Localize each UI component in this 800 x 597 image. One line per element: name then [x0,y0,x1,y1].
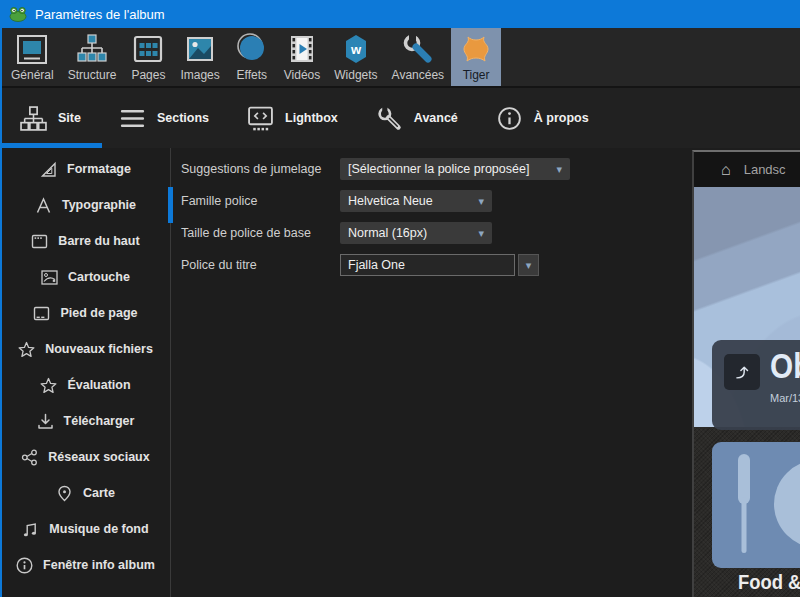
settings-sidebar: Formatage Typographie Barre du haut [0,148,171,597]
download-icon [36,412,55,431]
field-label-base-size: Taille de police de base [181,222,311,244]
tab-general[interactable]: Général [4,28,61,86]
folder-card-title: Obj [770,346,800,386]
sidebar-item-carte[interactable]: Carte [0,475,170,511]
subnav-sections[interactable]: Sections [119,105,209,132]
tab-videos[interactable]: Vidéos [277,28,327,86]
food-card-title: Food & [738,571,800,594]
typography-form: Suggestions de jumelage [Sélectionner la… [172,148,692,597]
sidebar-item-typographie[interactable]: Typographie [0,187,170,223]
content-area: Formatage Typographie Barre du haut [0,148,800,597]
home-icon[interactable]: ⌂ [721,161,731,179]
tab-widgets[interactable]: w Widgets [327,28,384,86]
dropdown-arrow-icon: ▾ [478,195,484,208]
music-note-icon [21,520,40,539]
sidebar-item-cartouche[interactable]: Cartouche [0,259,170,295]
sidebar-item-pied-de-page[interactable]: Pied de page [0,295,170,331]
cutlery-icon [712,442,800,568]
sidebar-item-fenetre-info-album[interactable]: Fenêtre info album [0,547,170,583]
subnav-lightbox[interactable]: Lightbox [247,105,338,132]
tree-icon [75,32,109,66]
main-toolbar: Général Structure Pages Images [0,28,800,88]
field-label-title-font: Police du titre [181,254,257,276]
base-font-size-select[interactable]: Normal (16px) ▾ [340,222,492,244]
circle-icon [235,32,269,66]
info-icon [496,105,523,132]
skin-subnav: Site Sections Lightbox Avancé À prop [0,88,800,148]
subnav-site[interactable]: Site [20,105,81,132]
window-accent-border [0,28,2,597]
lines-icon [119,105,146,132]
folder-card-date: Mar/13 [770,392,800,404]
subnav-advanced[interactable]: Avancé [376,105,458,132]
title-bar: Paramètres de l'album [0,0,800,28]
grid-icon [131,32,165,66]
return-arrow-icon [731,361,753,383]
tab-structure[interactable]: Structure [61,28,124,86]
sidebar-item-formatage[interactable]: Formatage [0,151,170,187]
sidebar-item-telecharger[interactable]: Télécharger [0,403,170,439]
tab-effects[interactable]: Effets [227,28,277,86]
folder-up-button[interactable] [724,354,760,390]
tab-pages[interactable]: Pages [123,28,173,86]
sidebar-selection-indicator [168,187,173,223]
preview-topbar: ⌂ Landsc [694,152,800,187]
frog-icon [9,6,27,22]
font-family-select[interactable]: Helvetica Neue ▾ [340,190,492,212]
title-font-input[interactable]: Fjalla One [340,254,515,276]
dropdown-arrow-icon: ▾ [478,227,484,240]
star-icon [17,340,36,359]
tab-advanced[interactable]: Avancées [385,28,451,86]
sidebar-item-reseaux-sociaux[interactable]: Réseaux sociaux [0,439,170,475]
topbar-icon [30,232,49,251]
map-pin-icon [55,484,74,503]
sidebar-item-musique-de-fond[interactable]: Musique de fond [0,511,170,547]
subnav-about[interactable]: À propos [496,105,589,132]
monitor-icon [15,32,49,66]
wrench-outline-icon [376,105,403,132]
font-a-icon [34,196,53,215]
window-title: Paramètres de l'album [35,7,165,22]
hexagon-w-icon: w [339,32,373,66]
field-label-font-family: Famille police [181,190,257,212]
sidebar-item-evaluation[interactable]: Évaluation [0,367,170,403]
cartouche-icon [40,268,59,287]
dropdown-arrow-icon: ▾ [526,259,532,272]
star-icon [39,376,58,395]
preview-food-thumbnail[interactable] [712,442,800,568]
tab-images[interactable]: Images [173,28,226,86]
title-font-dropdown-button[interactable]: ▾ [518,254,539,276]
field-label-suggestions: Suggestions de jumelage [181,158,321,180]
film-icon [285,32,319,66]
pelt-icon [459,32,493,66]
svg-text:w: w [350,42,362,57]
sidebar-item-nouveaux-fichiers[interactable]: Nouveaux fichiers [0,331,170,367]
skin-preview-panel: ⌂ Landsc Obj Mar/13 Food & [692,150,800,597]
tab-tiger[interactable]: Tiger [451,28,501,86]
info-icon [15,556,34,575]
dropdown-arrow-icon: ▾ [556,163,562,176]
sidebar-item-barre-du-haut[interactable]: Barre du haut [0,223,170,259]
preview-album-title: Landsc [744,162,786,177]
photo-icon [183,32,217,66]
pairing-suggestions-select[interactable]: [Sélectionner la police proposée] ▾ [340,158,570,180]
ruler-icon [39,160,58,179]
lightbox-icon [247,105,274,132]
preview-folder-card[interactable]: Obj Mar/13 [712,340,800,430]
wrench-icon [401,32,435,66]
site-tree-icon [20,105,47,132]
share-icon [20,448,39,467]
footer-icon [32,304,51,323]
